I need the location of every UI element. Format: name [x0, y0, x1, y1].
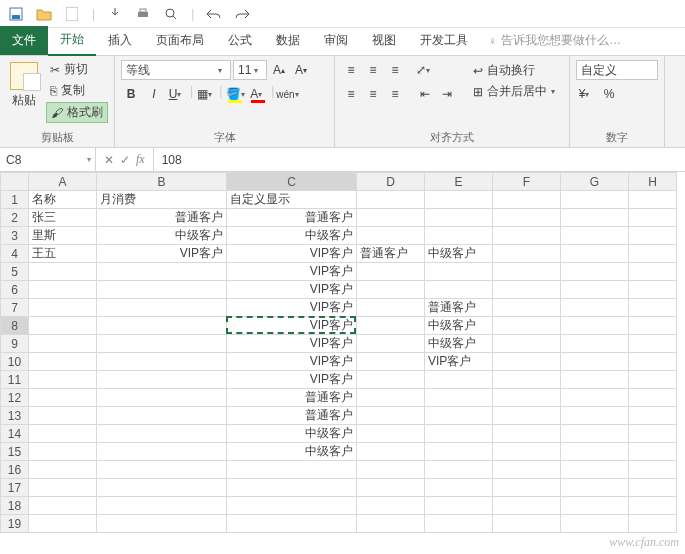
cell-G4[interactable]: [561, 245, 629, 263]
cell-C2[interactable]: 普通客户: [227, 209, 357, 227]
orientation-button[interactable]: ⤢▾: [415, 60, 435, 80]
cell-A18[interactable]: [29, 497, 97, 515]
cell-F4[interactable]: [493, 245, 561, 263]
tab-插入[interactable]: 插入: [96, 26, 144, 55]
cell-G3[interactable]: [561, 227, 629, 245]
row-header-7[interactable]: 7: [1, 299, 29, 317]
cell-H3[interactable]: [629, 227, 677, 245]
merge-center-button[interactable]: ⊞合并后居中▾: [469, 81, 563, 102]
cell-H4[interactable]: [629, 245, 677, 263]
cell-A5[interactable]: [29, 263, 97, 281]
cell-H2[interactable]: [629, 209, 677, 227]
align-left-button[interactable]: ≡: [341, 84, 361, 104]
cell-D13[interactable]: [357, 407, 425, 425]
touch-icon[interactable]: [107, 6, 123, 22]
cell-F10[interactable]: [493, 353, 561, 371]
cell-E16[interactable]: [425, 461, 493, 479]
cell-A1[interactable]: 名称: [29, 191, 97, 209]
cell-C19[interactable]: [227, 515, 357, 533]
cell-C17[interactable]: [227, 479, 357, 497]
cell-B9[interactable]: [97, 335, 227, 353]
cell-A19[interactable]: [29, 515, 97, 533]
cell-C4[interactable]: VIP客户: [227, 245, 357, 263]
cell-D4[interactable]: 普通客户: [357, 245, 425, 263]
cell-G15[interactable]: [561, 443, 629, 461]
cell-G16[interactable]: [561, 461, 629, 479]
cell-G12[interactable]: [561, 389, 629, 407]
cell-G2[interactable]: [561, 209, 629, 227]
col-header-D[interactable]: D: [357, 173, 425, 191]
cell-H16[interactable]: [629, 461, 677, 479]
row-header-11[interactable]: 11: [1, 371, 29, 389]
cell-B14[interactable]: [97, 425, 227, 443]
cell-F8[interactable]: [493, 317, 561, 335]
cell-F14[interactable]: [493, 425, 561, 443]
cell-F17[interactable]: [493, 479, 561, 497]
cell-C18[interactable]: [227, 497, 357, 515]
cell-H18[interactable]: [629, 497, 677, 515]
underline-button[interactable]: U▾: [167, 84, 187, 104]
col-header-E[interactable]: E: [425, 173, 493, 191]
cell-C9[interactable]: VIP客户: [227, 335, 357, 353]
cell-E7[interactable]: 普通客户: [425, 299, 493, 317]
col-header-G[interactable]: G: [561, 173, 629, 191]
cell-F19[interactable]: [493, 515, 561, 533]
phonetic-button[interactable]: wén▾: [277, 84, 297, 104]
cell-H13[interactable]: [629, 407, 677, 425]
cell-B19[interactable]: [97, 515, 227, 533]
cell-A6[interactable]: [29, 281, 97, 299]
cell-D10[interactable]: [357, 353, 425, 371]
cell-A8[interactable]: [29, 317, 97, 335]
cell-E14[interactable]: [425, 425, 493, 443]
cell-D12[interactable]: [357, 389, 425, 407]
col-header-B[interactable]: B: [97, 173, 227, 191]
tab-视图[interactable]: 视图: [360, 26, 408, 55]
tab-开始[interactable]: 开始: [48, 25, 96, 56]
tab-审阅[interactable]: 审阅: [312, 26, 360, 55]
cell-E11[interactable]: [425, 371, 493, 389]
row-header-13[interactable]: 13: [1, 407, 29, 425]
enter-icon[interactable]: ✓: [120, 153, 130, 167]
cell-C13[interactable]: 普通客户: [227, 407, 357, 425]
border-button[interactable]: ▦▾: [196, 84, 216, 104]
cell-C12[interactable]: 普通客户: [227, 389, 357, 407]
paste-button[interactable]: 粘贴: [6, 60, 42, 128]
cell-G19[interactable]: [561, 515, 629, 533]
cell-E17[interactable]: [425, 479, 493, 497]
tab-页面布局[interactable]: 页面布局: [144, 26, 216, 55]
cell-D11[interactable]: [357, 371, 425, 389]
cell-E6[interactable]: [425, 281, 493, 299]
cell-B16[interactable]: [97, 461, 227, 479]
preview-icon[interactable]: [163, 6, 179, 22]
currency-button[interactable]: ¥▾: [576, 84, 596, 104]
cell-D2[interactable]: [357, 209, 425, 227]
cell-H10[interactable]: [629, 353, 677, 371]
row-header-15[interactable]: 15: [1, 443, 29, 461]
cell-A10[interactable]: [29, 353, 97, 371]
row-header-12[interactable]: 12: [1, 389, 29, 407]
cell-E13[interactable]: [425, 407, 493, 425]
row-header-5[interactable]: 5: [1, 263, 29, 281]
cancel-icon[interactable]: ✕: [104, 153, 114, 167]
cell-H9[interactable]: [629, 335, 677, 353]
open-icon[interactable]: [36, 6, 52, 22]
col-header-A[interactable]: A: [29, 173, 97, 191]
formula-input[interactable]: 108: [154, 148, 685, 171]
cell-B5[interactable]: [97, 263, 227, 281]
cell-E8[interactable]: 中级客户: [425, 317, 493, 335]
worksheet-grid[interactable]: ABCDEFGH1名称月消费自定义显示2张三普通客户普通客户3里斯中级客户中级客…: [0, 172, 685, 554]
cell-D3[interactable]: [357, 227, 425, 245]
percent-button[interactable]: %: [599, 84, 619, 104]
indent-inc-button[interactable]: ⇥: [437, 84, 457, 104]
cell-A16[interactable]: [29, 461, 97, 479]
row-header-10[interactable]: 10: [1, 353, 29, 371]
tab-file[interactable]: 文件: [0, 26, 48, 55]
font-color-button[interactable]: A▾: [248, 84, 268, 104]
cell-B3[interactable]: 中级客户: [97, 227, 227, 245]
cell-C8[interactable]: VIP客户: [227, 317, 357, 335]
row-header-16[interactable]: 16: [1, 461, 29, 479]
select-all-corner[interactable]: [1, 173, 29, 191]
align-right-button[interactable]: ≡: [385, 84, 405, 104]
row-header-4[interactable]: 4: [1, 245, 29, 263]
cell-H15[interactable]: [629, 443, 677, 461]
